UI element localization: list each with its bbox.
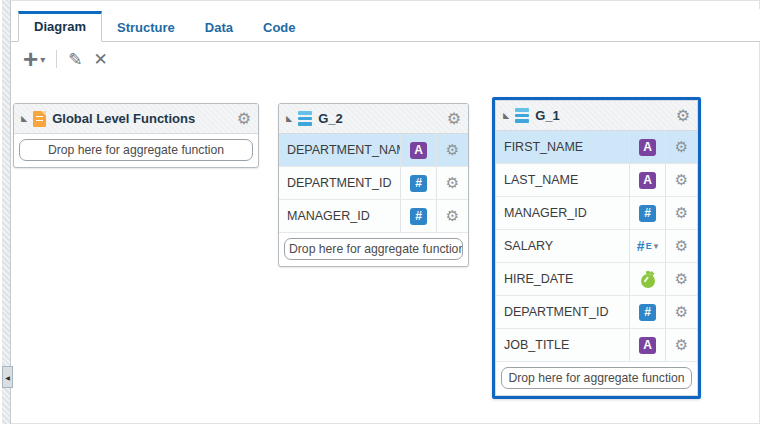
text-type-icon: A xyxy=(629,164,665,196)
database-icon xyxy=(515,108,529,123)
toolbar-divider xyxy=(56,50,57,68)
number-type-icon: # xyxy=(629,197,665,229)
text-type-icon: A xyxy=(629,329,665,361)
data-model-diagram-page: ◀ Diagram Structure Data Code + ▾ ✎ ✕ ◢ … xyxy=(0,0,760,424)
field-row-job_title[interactable]: JOB_TITLEA⚙ xyxy=(496,329,697,362)
document-icon xyxy=(33,111,46,127)
field-row-first_name[interactable]: FIRST_NAMEA⚙ xyxy=(496,131,697,164)
panel-body: DEPARTMENT_NAMEA⚙DEPARTMENT_ID#⚙MANAGER_… xyxy=(279,134,468,260)
number-type-icon: # xyxy=(400,167,436,199)
field-row-hire_date[interactable]: HIRE_DATE⚙ xyxy=(496,263,697,296)
field-name: DEPARTMENT_ID xyxy=(496,296,629,328)
field-list: DEPARTMENT_NAMEA⚙DEPARTMENT_ID#⚙MANAGER_… xyxy=(279,134,468,233)
field-name: DEPARTMENT_NAME xyxy=(279,134,400,166)
field-gear-button[interactable]: ⚙ xyxy=(665,230,697,262)
chevron-down-icon: ▾ xyxy=(40,54,45,65)
tab-structure[interactable]: Structure xyxy=(102,13,190,42)
field-row-department_id[interactable]: DEPARTMENT_ID#⚙ xyxy=(279,167,468,200)
aggregate-drop-zone[interactable]: Drop here for aggregate function xyxy=(501,367,692,389)
field-name: LAST_NAME xyxy=(496,164,629,196)
aggregate-drop-zone[interactable]: Drop here for aggregate function xyxy=(19,139,253,161)
text-type-icon: A xyxy=(400,134,436,166)
splitter-arrow-icon: ◀ xyxy=(5,374,10,381)
date-type-icon xyxy=(629,263,665,295)
tab-bar: Diagram Structure Data Code xyxy=(11,9,760,42)
field-row-salary[interactable]: SALARY#E▾⚙ xyxy=(496,230,697,263)
panel-header[interactable]: ◢ Global Level Functions ⚙ xyxy=(14,104,258,134)
g1-group-panel: ◢ G_1 ⚙ FIRST_NAMEA⚙LAST_NAMEA⚙MANAGER_I… xyxy=(495,100,698,396)
field-name: JOB_TITLE xyxy=(496,329,629,361)
g1-selection-outline: ◢ G_1 ⚙ FIRST_NAMEA⚙LAST_NAMEA⚙MANAGER_I… xyxy=(492,97,701,399)
field-name: DEPARTMENT_ID xyxy=(279,167,400,199)
global-level-functions-panel: ◢ Global Level Functions ⚙ Drop here for… xyxy=(13,103,259,168)
panel-title: Global Level Functions xyxy=(52,111,195,126)
panel-header[interactable]: ◢ G_1 ⚙ xyxy=(496,101,697,131)
panel-gear-button[interactable]: ⚙ xyxy=(676,108,690,124)
panel-gear-button[interactable]: ⚙ xyxy=(237,111,251,127)
field-row-department_name[interactable]: DEPARTMENT_NAMEA⚙ xyxy=(279,134,468,167)
panel-title: G_2 xyxy=(318,111,343,126)
field-gear-button[interactable]: ⚙ xyxy=(665,263,697,295)
aggregate-drop-zone[interactable]: Drop here for aggregate function xyxy=(284,238,463,260)
collapse-icon[interactable]: ◢ xyxy=(21,115,27,123)
number-type-icon: # xyxy=(400,200,436,232)
edit-button[interactable]: ✎ xyxy=(68,49,82,70)
database-icon xyxy=(298,111,312,126)
delete-button[interactable]: ✕ xyxy=(93,49,107,70)
plus-icon: + xyxy=(23,50,38,68)
collapse-icon[interactable]: ◢ xyxy=(286,115,292,123)
field-name: MANAGER_ID xyxy=(496,197,629,229)
field-list: FIRST_NAMEA⚙LAST_NAMEA⚙MANAGER_ID#⚙SALAR… xyxy=(496,131,697,362)
left-splitter[interactable]: ◀ xyxy=(0,0,11,424)
field-name: HIRE_DATE xyxy=(496,263,629,295)
field-gear-button[interactable]: ⚙ xyxy=(665,329,697,361)
splitter-collapse-handle[interactable]: ◀ xyxy=(2,366,13,388)
number-aggregate-icon: #E▾ xyxy=(629,230,665,262)
tab-data[interactable]: Data xyxy=(190,13,248,42)
field-row-last_name[interactable]: LAST_NAMEA⚙ xyxy=(496,164,697,197)
field-name: FIRST_NAME xyxy=(496,131,629,163)
field-row-manager_id[interactable]: MANAGER_ID#⚙ xyxy=(496,197,697,230)
panel-body: Drop here for aggregate function xyxy=(14,139,258,161)
diagram-toolbar: + ▾ ✎ ✕ xyxy=(23,44,108,74)
field-gear-button[interactable]: ⚙ xyxy=(665,296,697,328)
text-type-icon: A xyxy=(629,131,665,163)
tab-code[interactable]: Code xyxy=(248,13,311,42)
g2-group-panel: ◢ G_2 ⚙ DEPARTMENT_NAMEA⚙DEPARTMENT_ID#⚙… xyxy=(278,103,469,267)
field-gear-button[interactable]: ⚙ xyxy=(665,131,697,163)
field-row-department_id[interactable]: DEPARTMENT_ID#⚙ xyxy=(496,296,697,329)
field-gear-button[interactable]: ⚙ xyxy=(665,164,697,196)
panel-body: FIRST_NAMEA⚙LAST_NAMEA⚙MANAGER_ID#⚙SALAR… xyxy=(496,131,697,389)
tab-diagram[interactable]: Diagram xyxy=(18,11,102,42)
number-type-icon: # xyxy=(629,296,665,328)
field-row-manager_id[interactable]: MANAGER_ID#⚙ xyxy=(279,200,468,233)
field-gear-button[interactable]: ⚙ xyxy=(665,197,697,229)
collapse-icon[interactable]: ◢ xyxy=(503,112,509,120)
add-element-button[interactable]: + ▾ xyxy=(23,50,45,68)
panel-header[interactable]: ◢ G_2 ⚙ xyxy=(279,104,468,134)
panel-title: G_1 xyxy=(535,108,560,123)
field-gear-button[interactable]: ⚙ xyxy=(436,134,468,166)
field-gear-button[interactable]: ⚙ xyxy=(436,167,468,199)
field-name: MANAGER_ID xyxy=(279,200,400,232)
field-gear-button[interactable]: ⚙ xyxy=(436,200,468,232)
field-name: SALARY xyxy=(496,230,629,262)
panel-gear-button[interactable]: ⚙ xyxy=(447,111,461,127)
